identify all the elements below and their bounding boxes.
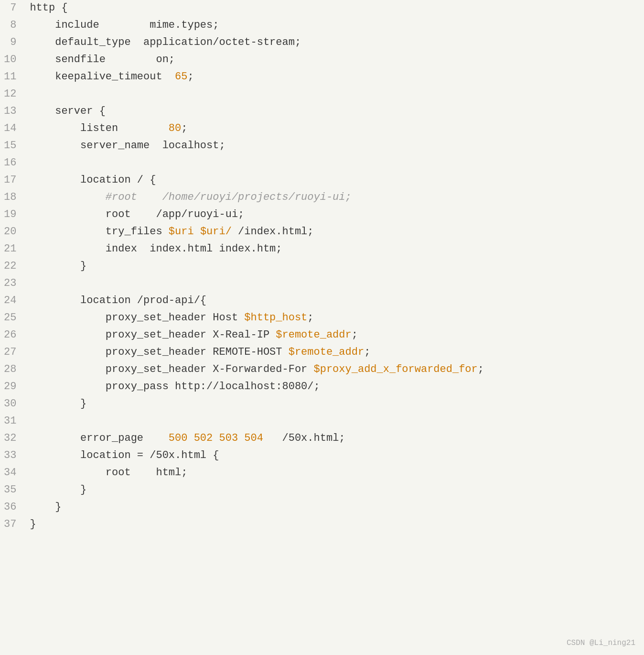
code-token: } [30,398,86,410]
line-number: 18 [0,189,25,207]
line-number: 15 [0,138,25,155]
line-number: 9 [0,34,25,52]
line-content: proxy_pass http://localhost:8080/; [25,379,644,396]
code-token: $uri [169,226,194,238]
line-number: 16 [0,155,25,172]
code-token: root html; [30,467,187,479]
code-line: 8 include mime.types; [0,17,644,34]
code-line: 19 root /app/ruoyi-ui; [0,207,644,224]
line-number: 26 [0,327,25,344]
code-line: 36 } [0,499,644,516]
line-content [25,413,644,430]
code-token: default_type application/octet-stream; [30,36,301,48]
code-line: 33 location = /50x.html { [0,448,644,465]
code-token: ; [478,363,484,375]
code-line: 22 } [0,258,644,275]
code-token: index index.html index.htm; [30,243,282,255]
line-content [25,86,644,103]
line-number: 8 [0,17,25,34]
line-content: proxy_set_header REMOTE-HOST $remote_add… [25,344,644,361]
line-number: 22 [0,258,25,275]
code-token: 500 502 503 504 [169,432,263,444]
code-token: ; [364,346,370,358]
code-line: 29 proxy_pass http://localhost:8080/; [0,379,644,396]
line-number: 25 [0,310,25,327]
line-content: error_page 500 502 503 504 /50x.html; [25,430,644,448]
line-content: } [25,516,644,534]
line-number: 23 [0,275,25,293]
code-viewer: 7http {8 include mime.types;9 default_ty… [0,0,644,655]
line-content [25,275,644,293]
code-token: server_name localhost; [30,140,225,152]
line-content: listen 80; [25,120,644,138]
code-line: 28 proxy_set_header X-Forwarded-For $pro… [0,361,644,379]
line-content: root /app/ruoyi-ui; [25,207,644,224]
line-content: #root /home/ruoyi/projects/ruoyi-ui; [25,189,644,207]
line-number: 33 [0,448,25,465]
code-line: 16 [0,155,644,172]
line-number: 28 [0,361,25,379]
line-content: default_type application/octet-stream; [25,34,644,52]
code-line: 25 proxy_set_header Host $http_host; [0,310,644,327]
watermark: CSDN @Li_ning21 [567,637,635,649]
code-token: proxy_set_header X-Forwarded-For [30,363,313,375]
code-token [194,226,200,238]
line-number: 17 [0,172,25,189]
code-line: 12 [0,86,644,103]
code-token: proxy_set_header REMOTE-HOST [30,346,288,358]
code-token: $uri/ [200,226,232,238]
code-token: #root /home/ruoyi/projects/ruoyi-ui; [30,191,351,203]
code-token: } [30,484,86,496]
line-number: 35 [0,482,25,499]
code-token: root /app/ruoyi-ui; [30,208,244,220]
line-number: 21 [0,241,25,258]
line-number: 11 [0,69,25,86]
code-line: 37} [0,516,644,534]
code-line: 15 server_name localhost; [0,138,644,155]
line-number: 19 [0,207,25,224]
code-line: 34 root html; [0,465,644,482]
code-line: 18 #root /home/ruoyi/projects/ruoyi-ui; [0,189,644,207]
line-number: 7 [0,0,25,17]
line-content: } [25,482,644,499]
line-number: 10 [0,52,25,69]
line-number: 20 [0,224,25,241]
line-content: location / { [25,172,644,189]
code-token: proxy_set_header Host [30,312,244,324]
code-token: http { [30,2,67,14]
line-content: sendfile on; [25,52,644,69]
code-token: try_files [30,226,168,238]
line-content: server_name localhost; [25,138,644,155]
line-content: index index.html index.htm; [25,241,644,258]
line-content: http { [25,0,644,17]
line-content [25,155,644,172]
line-number: 36 [0,499,25,516]
line-content: root html; [25,465,644,482]
code-line: 9 default_type application/octet-stream; [0,34,644,52]
code-line: 17 location / { [0,172,644,189]
code-table: 7http {8 include mime.types;9 default_ty… [0,0,644,534]
code-line: 31 [0,413,644,430]
line-number: 13 [0,103,25,120]
code-line: 11 keepalive_timeout 65; [0,69,644,86]
line-content: } [25,499,644,516]
code-token: } [30,518,36,530]
line-content: server { [25,103,644,120]
code-line: 32 error_page 500 502 503 504 /50x.html; [0,430,644,448]
code-token: proxy_set_header X-Real-IP [30,329,276,341]
code-token: proxy_pass http://localhost:8080/; [30,381,320,393]
code-line: 7http { [0,0,644,17]
code-line: 10 sendfile on; [0,52,644,69]
code-token: ; [307,312,313,324]
line-number: 32 [0,430,25,448]
code-line: 35 } [0,482,644,499]
line-number: 24 [0,293,25,310]
code-line: 26 proxy_set_header X-Real-IP $remote_ad… [0,327,644,344]
code-token: include mime.types; [30,19,219,31]
code-token: $remote_addr [276,329,351,341]
line-content: try_files $uri $uri/ /index.html; [25,224,644,241]
code-token: $http_host [244,312,307,324]
code-token: server { [30,105,105,117]
code-token: location /prod-api/{ [30,295,206,306]
line-number: 29 [0,379,25,396]
